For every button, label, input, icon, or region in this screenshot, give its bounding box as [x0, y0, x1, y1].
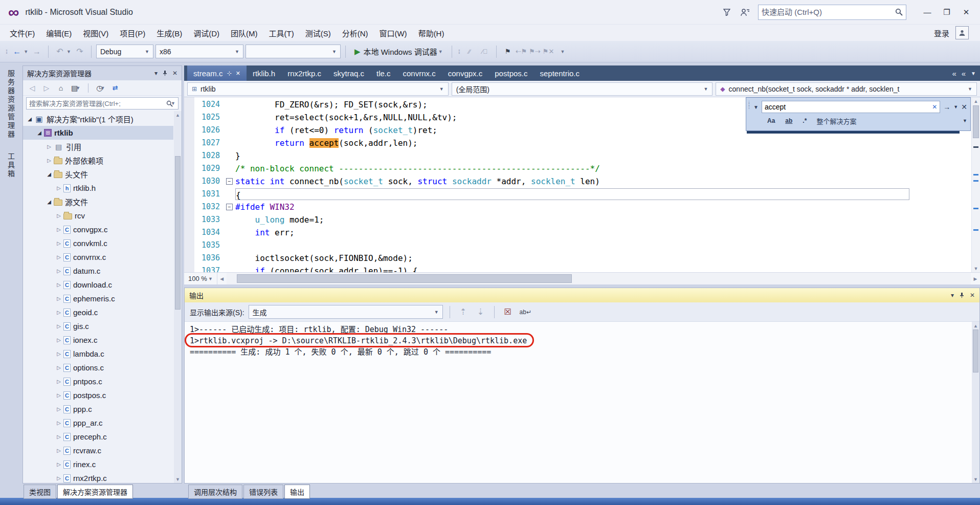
- clear-bookmarks-icon[interactable]: ⚑✕: [542, 45, 555, 58]
- code-line[interactable]: 1029/* non-block connect ---------------…: [184, 162, 971, 175]
- code-line[interactable]: 1027 return accept(sock,addr,len);: [184, 137, 971, 149]
- next-bookmark-icon[interactable]: ⚑⇢: [528, 45, 542, 58]
- navigate-backward-dropdown-icon[interactable]: ▼: [24, 49, 28, 54]
- solution-configuration-dropdown[interactable]: Debug▼: [96, 45, 153, 58]
- find-expander-icon[interactable]: ▼: [753, 104, 759, 110]
- code-line[interactable]: 1032−#ifdef WIN32: [184, 201, 971, 213]
- clear-find-icon[interactable]: ✕: [932, 103, 937, 111]
- tree-item[interactable]: ▷Cephemeris.c: [23, 292, 173, 305]
- expand-arrow-icon[interactable]: ▷: [54, 296, 63, 301]
- document-tab[interactable]: septentrio.c: [534, 65, 586, 81]
- tree-item[interactable]: ▷Crinex.c: [23, 457, 173, 471]
- scroll-up-icon[interactable]: ▲: [174, 111, 182, 119]
- menu-item[interactable]: 调试(D): [188, 25, 225, 41]
- tree-item[interactable]: ▷Cpntpos.c: [23, 375, 173, 388]
- scroll-down-icon[interactable]: ▼: [972, 265, 980, 272]
- expand-arrow-icon[interactable]: ▷: [54, 282, 63, 288]
- toolbar-options-icon[interactable]: ▼: [560, 49, 565, 54]
- menu-item[interactable]: 视图(V): [77, 25, 114, 41]
- expand-arrow-icon[interactable]: ▷: [54, 392, 63, 398]
- tool-strip-tab[interactable]: 工具箱: [6, 152, 16, 179]
- tree-item[interactable]: ◢▣解决方案"rtklib"(1 个项目): [23, 112, 173, 126]
- zoom-dropdown[interactable]: 100 %▼: [184, 273, 217, 284]
- undo-icon[interactable]: ↶: [53, 45, 66, 58]
- expand-arrow-icon[interactable]: ▷: [54, 227, 63, 232]
- pin-icon[interactable]: [959, 292, 965, 298]
- solution-platform-dropdown[interactable]: x86▼: [155, 45, 243, 58]
- document-tab[interactable]: stream.c⊹✕: [187, 65, 247, 81]
- tree-item[interactable]: ▷Cppp.c: [23, 402, 173, 416]
- expand-arrow-icon[interactable]: ▷: [54, 420, 63, 426]
- collapse-region-icon[interactable]: −: [226, 204, 233, 210]
- scroll-tabs-icon[interactable]: «: [952, 69, 956, 78]
- expand-arrow-icon[interactable]: ▷: [54, 448, 63, 453]
- tree-item[interactable]: ▷Cionex.c: [23, 333, 173, 347]
- collapse-arrow-icon[interactable]: ◢: [25, 116, 34, 122]
- collapse-arrow-icon[interactable]: ◢: [44, 199, 54, 205]
- menu-item[interactable]: 测试(S): [300, 25, 337, 41]
- toolbar-grip[interactable]: ⁞⁞: [458, 49, 459, 55]
- expand-arrow-icon[interactable]: ▷: [54, 379, 63, 384]
- code-line[interactable]: 1028}: [184, 149, 971, 162]
- find-next-button[interactable]: →: [943, 103, 950, 111]
- tree-item[interactable]: ▷Cconvrnx.c: [23, 250, 173, 264]
- expand-arrow-icon[interactable]: ▷: [44, 144, 54, 149]
- scroll-down-icon[interactable]: ▼: [972, 475, 979, 483]
- home-icon[interactable]: ⌂: [56, 82, 66, 94]
- expand-arrow-icon[interactable]: ▷: [54, 462, 63, 467]
- comment-selection-icon[interactable]: ∕∕: [463, 45, 476, 58]
- document-tab[interactable]: tle.c: [370, 65, 397, 81]
- document-tab[interactable]: convrnx.c: [397, 65, 442, 81]
- navigate-forward-icon[interactable]: →: [30, 45, 43, 58]
- scroll-up-icon[interactable]: ▲: [972, 97, 980, 105]
- expand-arrow-icon[interactable]: ▷: [54, 185, 63, 191]
- window-position-icon[interactable]: ▾: [154, 70, 158, 77]
- member-dropdown[interactable]: ◆ connect_nb(socket_t sock, sockaddr * a…: [716, 82, 977, 96]
- menu-item[interactable]: 项目(P): [114, 25, 151, 41]
- quick-launch-input[interactable]: [762, 8, 895, 16]
- tree-item[interactable]: ▷▤引用: [23, 140, 173, 153]
- document-tab[interactable]: rnx2rtkp.c: [281, 65, 327, 81]
- back-icon[interactable]: ◁: [27, 82, 37, 94]
- code-line[interactable]: 1030−static int connect_nb(socket_t sock…: [184, 175, 971, 188]
- code-line[interactable]: 1031{: [184, 188, 971, 201]
- tool-strip-tab[interactable]: 服务器资源管理器: [6, 70, 16, 139]
- collapse-arrow-icon[interactable]: ◢: [35, 130, 44, 136]
- toggle-bookmark-icon[interactable]: ⚑: [501, 45, 515, 58]
- collapse-arrow-icon[interactable]: ◢: [44, 171, 54, 177]
- expand-arrow-icon[interactable]: ▷: [54, 365, 63, 370]
- debug-target-dropdown-icon[interactable]: ▼: [438, 49, 443, 54]
- navigate-backward-icon[interactable]: ←: [10, 45, 24, 58]
- tree-item[interactable]: ▷Cconvgpx.c: [23, 223, 173, 236]
- tree-item[interactable]: ▷Clambda.c: [23, 347, 173, 361]
- match-whole-word-toggle[interactable]: ab: [783, 116, 795, 125]
- pending-changes-filter-icon[interactable]: ◷▼: [95, 82, 106, 94]
- scrollbar-thumb[interactable]: [973, 330, 978, 372]
- code-line[interactable]: 1034 int err;: [184, 226, 971, 239]
- solution-explorer-header[interactable]: 解决方案资源管理器 ▾ ✕: [23, 66, 182, 80]
- tree-item[interactable]: ◢⊞rtklib: [23, 126, 173, 140]
- menu-item[interactable]: 帮助(H): [413, 25, 450, 41]
- tool-window-tab[interactable]: 输出: [284, 485, 310, 499]
- tree-item[interactable]: ▷rcv: [23, 209, 173, 223]
- tool-window-tab[interactable]: 解决方案资源管理器: [57, 485, 133, 499]
- expand-arrow-icon[interactable]: ▷: [54, 434, 63, 440]
- find-input[interactable]: [765, 103, 932, 111]
- notification-filter-icon[interactable]: [721, 7, 732, 18]
- menu-item[interactable]: 工具(T): [263, 25, 299, 41]
- minimize-button[interactable]: —: [919, 5, 936, 19]
- output-scrollbar[interactable]: ▲ ▼: [972, 322, 979, 483]
- expand-arrow-icon[interactable]: ▷: [54, 310, 63, 315]
- scrollbar-thumb[interactable]: [175, 156, 181, 310]
- feedback-icon[interactable]: [740, 7, 751, 18]
- menu-item[interactable]: 文件(F): [4, 25, 40, 41]
- project-dropdown[interactable]: ⊞ rtklib▼: [187, 82, 449, 96]
- output-content[interactable]: 1>------ 已启动生成: 项目: rtklib, 配置: Debug Wi…: [185, 322, 979, 483]
- account-avatar[interactable]: [955, 26, 969, 39]
- editor-scrollbar[interactable]: ▲ ▼: [971, 97, 980, 272]
- uncomment-selection-icon[interactable]: ∕⃠: [478, 45, 492, 58]
- tool-window-tab[interactable]: 错误列表: [243, 485, 283, 499]
- expand-arrow-icon[interactable]: ▷: [54, 406, 63, 412]
- pin-icon[interactable]: [162, 70, 168, 76]
- expand-arrow-icon[interactable]: ▷: [54, 254, 63, 260]
